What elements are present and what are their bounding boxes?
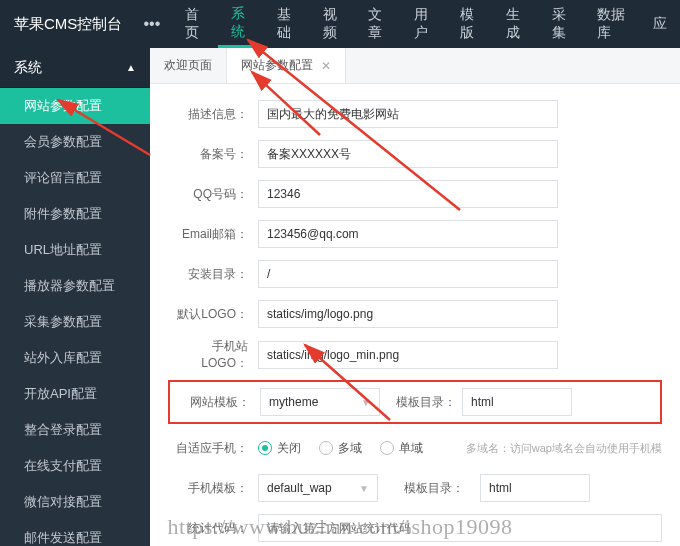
label-logo: 默认LOGO： — [168, 306, 248, 323]
topnav-template[interactable]: 模版 — [447, 0, 493, 48]
close-icon[interactable]: ✕ — [321, 59, 331, 73]
topnav-video[interactable]: 视频 — [310, 0, 356, 48]
sidebar-item-member-params[interactable]: 会员参数配置 — [0, 124, 150, 160]
radio-adaptive-single[interactable]: 单域 — [380, 440, 423, 457]
radio-icon — [319, 441, 333, 455]
radio-icon — [380, 441, 394, 455]
settings-form: 描述信息： 备案号： QQ号码： Email邮箱： 安装目录： 默认LOGO： … — [150, 84, 680, 546]
topnav-user[interactable]: 用户 — [401, 0, 447, 48]
input-install[interactable] — [258, 260, 558, 288]
top-nav: ••• 首页 系统 基础 视频 文章 用户 模版 生成 采集 数据库 应 — [132, 0, 681, 48]
label-template-dir: 模板目录： — [396, 394, 456, 411]
select-value: mytheme — [269, 395, 318, 409]
label-adaptive: 自适应手机： — [168, 440, 248, 457]
sidebar-item-player-params[interactable]: 播放器参数配置 — [0, 268, 150, 304]
sidebar-item-external-params[interactable]: 站外入库配置 — [0, 340, 150, 376]
radio-group-adaptive: 关闭 多域 单域 — [258, 440, 423, 457]
input-logo[interactable] — [258, 300, 558, 328]
chevron-up-icon: ▲ — [126, 62, 136, 73]
tab-site-params[interactable]: 网站参数配置 ✕ — [227, 48, 346, 83]
tabs: 欢迎页面 网站参数配置 ✕ — [150, 48, 680, 84]
topnav-system[interactable]: 系统 — [218, 0, 264, 48]
radio-adaptive-off[interactable]: 关闭 — [258, 440, 301, 457]
sidebar-item-site-params[interactable]: 网站参数配置 — [0, 88, 150, 124]
sidebar-item-pay-params[interactable]: 在线支付配置 — [0, 448, 150, 484]
label-email: Email邮箱： — [168, 226, 248, 243]
tab-welcome[interactable]: 欢迎页面 — [150, 48, 227, 83]
input-desc[interactable] — [258, 100, 558, 128]
brand-title: 苹果CMS控制台 — [0, 15, 132, 34]
label-icp: 备案号： — [168, 146, 248, 163]
sidebar: 系统 ▲ 网站参数配置 会员参数配置 评论留言配置 附件参数配置 URL地址配置… — [0, 48, 150, 546]
input-qq[interactable] — [258, 180, 558, 208]
topnav-article[interactable]: 文章 — [355, 0, 401, 48]
input-icp[interactable] — [258, 140, 558, 168]
sidebar-item-collect-params[interactable]: 采集参数配置 — [0, 304, 150, 340]
radio-icon — [258, 441, 272, 455]
select-mtemplate[interactable]: default_wap ▼ — [258, 474, 378, 502]
topnav-more[interactable]: 应 — [640, 0, 680, 48]
radio-adaptive-multi[interactable]: 多域 — [319, 440, 362, 457]
watermark-text: https://www.huzhan.com/ishop19098 — [0, 514, 680, 540]
input-template-dir[interactable] — [462, 388, 572, 416]
sidebar-group-system[interactable]: 系统 ▲ — [0, 48, 150, 88]
sidebar-item-comment-params[interactable]: 评论留言配置 — [0, 160, 150, 196]
sidebar-group-label: 系统 — [14, 59, 42, 77]
sidebar-item-attachment-params[interactable]: 附件参数配置 — [0, 196, 150, 232]
label-qq: QQ号码： — [168, 186, 248, 203]
label-mtemplate-dir: 模板目录： — [404, 480, 464, 497]
label-install: 安装目录： — [168, 266, 248, 283]
input-email[interactable] — [258, 220, 558, 248]
main-area: 欢迎页面 网站参数配置 ✕ 描述信息： 备案号： QQ号码： Email邮箱： … — [150, 48, 680, 546]
label-desc: 描述信息： — [168, 106, 248, 123]
label-mlogo: 手机站LOGO： — [168, 338, 248, 372]
sidebar-item-url-params[interactable]: URL地址配置 — [0, 232, 150, 268]
label-template: 网站模板： — [174, 394, 250, 411]
topnav-database[interactable]: 数据库 — [584, 0, 640, 48]
select-value: default_wap — [267, 481, 332, 495]
topnav-generate[interactable]: 生成 — [493, 0, 539, 48]
note-adaptive: 多域名：访问wap域名会自动使用手机模 — [466, 441, 662, 456]
chevron-down-icon: ▼ — [359, 483, 369, 494]
input-mlogo[interactable] — [258, 341, 558, 369]
highlight-template-box: 网站模板： mytheme ▼ 模板目录： — [168, 380, 662, 424]
tab-label: 网站参数配置 — [241, 57, 313, 74]
select-template[interactable]: mytheme ▼ — [260, 388, 380, 416]
more-icon[interactable]: ••• — [132, 15, 173, 33]
sidebar-item-api-params[interactable]: 开放API配置 — [0, 376, 150, 412]
chevron-down-icon: ▼ — [361, 397, 371, 408]
topnav-home[interactable]: 首页 — [172, 0, 218, 48]
sidebar-item-login-params[interactable]: 整合登录配置 — [0, 412, 150, 448]
tab-label: 欢迎页面 — [164, 57, 212, 74]
topnav-basic[interactable]: 基础 — [264, 0, 310, 48]
topnav-collect[interactable]: 采集 — [539, 0, 585, 48]
input-mtemplate-dir[interactable] — [480, 474, 590, 502]
label-mtemplate: 手机模板： — [168, 480, 248, 497]
